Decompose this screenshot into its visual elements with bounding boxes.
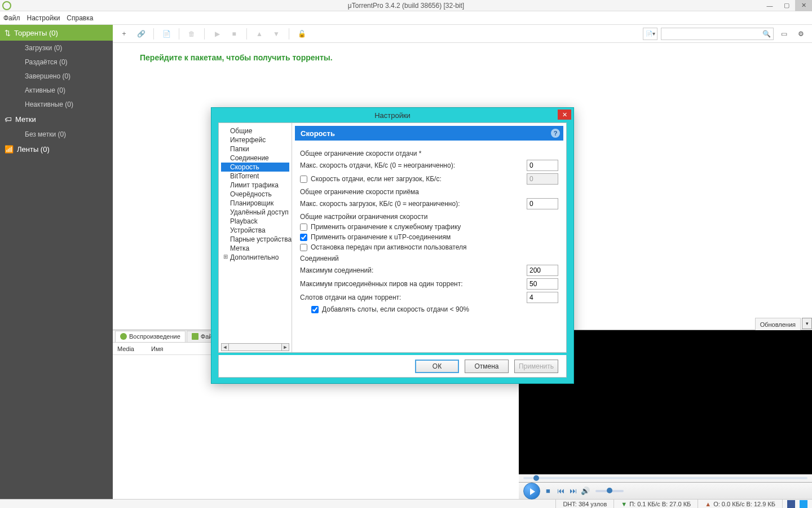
app-logo-icon bbox=[2, 1, 11, 10]
volume-slider[interactable] bbox=[595, 490, 624, 492]
tree-remote[interactable]: Удалённый доступ bbox=[221, 208, 289, 217]
useractivity-label: Остановка передач при активности пользов… bbox=[311, 243, 467, 251]
section-title-text: Скорость bbox=[301, 129, 335, 138]
menu-file[interactable]: Файл bbox=[3, 14, 20, 22]
status-bar: DHT: 384 узлов ▼П: 0.1 КБ/с В: 27.0 КБ ▲… bbox=[0, 499, 812, 508]
category-dropdown[interactable]: 📄▾ bbox=[643, 28, 657, 40]
dialog-close-button[interactable]: ✕ bbox=[558, 110, 571, 120]
twitter-icon[interactable] bbox=[800, 500, 807, 508]
play-button[interactable] bbox=[523, 483, 540, 500]
sidebar-labels-label: Метки bbox=[15, 115, 36, 124]
alt-upload-label: Скорость отдачи, если нет загрузок, КБ/с… bbox=[311, 175, 442, 183]
sidebar-torrents-header[interactable]: ⇅ Торренты (0) bbox=[0, 25, 113, 41]
utp-label: Применить ограничение к uTP-соединениям bbox=[311, 233, 451, 241]
tree-scheduler[interactable]: Планировщик bbox=[221, 199, 289, 208]
sidebar-item-active[interactable]: Активные (0) bbox=[0, 83, 113, 97]
tree-devices[interactable]: Устройства bbox=[221, 226, 289, 235]
tree-advanced[interactable]: Дополнительно bbox=[221, 253, 289, 262]
tree-bittorrent[interactable]: BitTorrent bbox=[221, 172, 289, 181]
volume-icon[interactable]: 🔊 bbox=[581, 487, 590, 495]
status-dht: DHT: 384 узлов bbox=[555, 500, 614, 508]
tree-paired[interactable]: Парные устройства bbox=[221, 235, 289, 244]
add-url-button[interactable]: 🔗 bbox=[134, 27, 148, 41]
max-peers-input[interactable] bbox=[527, 278, 558, 290]
sidebar-item-completed[interactable]: Завершено (0) bbox=[0, 69, 113, 83]
facebook-icon[interactable] bbox=[787, 500, 795, 508]
tree-folders[interactable]: Папки bbox=[221, 144, 289, 154]
tree-connection[interactable]: Соединение bbox=[221, 154, 289, 163]
tab-updates[interactable]: Обновления bbox=[755, 318, 801, 330]
scroll-right-icon[interactable]: ► bbox=[281, 343, 289, 351]
apply-button[interactable]: Применить bbox=[514, 360, 558, 373]
folder-icon bbox=[192, 333, 198, 340]
menu-help[interactable]: Справка bbox=[67, 14, 93, 22]
tree-limit[interactable]: Лимит трафика bbox=[221, 181, 289, 190]
max-conn-label: Максимум соединений: bbox=[300, 266, 373, 274]
remote-button[interactable]: ▭ bbox=[777, 27, 791, 41]
utp-checkbox[interactable] bbox=[300, 234, 307, 241]
upload-slots-input[interactable] bbox=[527, 292, 558, 303]
next-button[interactable]: ⏭ bbox=[568, 487, 577, 495]
sidebar-item-inactive[interactable]: Неактивные (0) bbox=[0, 97, 113, 111]
col-name[interactable]: Имя bbox=[151, 345, 163, 352]
scroll-left-icon[interactable]: ◄ bbox=[221, 343, 229, 351]
sidebar: ⇅ Торренты (0) Загрузки (0) Раздаётся (0… bbox=[0, 25, 113, 499]
tree-label[interactable]: Метка bbox=[221, 244, 289, 253]
settings-tree: Общие Интерфейс Папки Соединение Скорост… bbox=[219, 123, 292, 352]
alt-upload-checkbox[interactable] bbox=[300, 176, 307, 183]
add-torrent-button[interactable]: ＋ bbox=[117, 27, 131, 41]
settings-button[interactable]: ⚙ bbox=[794, 27, 807, 41]
max-conn-input[interactable] bbox=[527, 265, 558, 276]
move-down-button[interactable]: ▼ bbox=[270, 27, 283, 41]
tag-icon: 🏷 bbox=[5, 115, 12, 124]
cancel-button[interactable]: Отмена bbox=[465, 360, 509, 373]
tree-scrollbar[interactable]: ◄ ► bbox=[221, 343, 289, 351]
prev-button[interactable]: ⏮ bbox=[556, 487, 565, 495]
delete-button[interactable]: 🗑 bbox=[185, 27, 198, 41]
window-title: μTorrentPro 3.4.2 (build 38656) [32-bit] bbox=[348, 2, 464, 10]
max-download-input[interactable] bbox=[527, 198, 558, 209]
sidebar-feeds-header[interactable]: 📶 Ленты (0) bbox=[0, 141, 113, 157]
sidebar-item-downloads[interactable]: Загрузки (0) bbox=[0, 41, 113, 55]
tab-playback[interactable]: Воспроизведение bbox=[115, 331, 186, 342]
move-up-button[interactable]: ▲ bbox=[253, 27, 266, 41]
tree-general[interactable]: Общие bbox=[221, 126, 289, 135]
start-button[interactable]: ▶ bbox=[210, 27, 224, 41]
stop-button[interactable]: ■ bbox=[227, 27, 241, 41]
promo-text[interactable]: Перейдите к пакетам, чтобы получить торр… bbox=[140, 53, 785, 62]
stop-media-button[interactable]: ■ bbox=[544, 487, 553, 495]
ok-button[interactable]: ОК bbox=[415, 360, 459, 373]
progress-track[interactable] bbox=[523, 477, 807, 479]
rss-icon: 📶 bbox=[5, 145, 14, 154]
sidebar-item-seeding[interactable]: Раздаётся (0) bbox=[0, 55, 113, 69]
group-connections-label: Соединений bbox=[300, 255, 558, 262]
search-icon: 🔍 bbox=[762, 30, 771, 38]
sidebar-item-nolabel[interactable]: Без метки (0) bbox=[0, 127, 113, 141]
max-upload-label: Макс. скорость отдачи, КБ/с (0 = неогран… bbox=[300, 161, 455, 169]
alt-upload-input bbox=[527, 173, 558, 185]
tree-interface[interactable]: Интерфейс bbox=[221, 135, 289, 144]
group-upload-label: Общее ограничение скорости отдачи * bbox=[300, 150, 558, 157]
tabs-overflow-button[interactable]: ▾ bbox=[802, 318, 812, 329]
overhead-checkbox[interactable] bbox=[300, 224, 307, 231]
help-icon[interactable]: ? bbox=[551, 129, 560, 138]
social-links bbox=[782, 500, 812, 508]
tree-speed[interactable]: Скорость bbox=[221, 163, 289, 172]
menu-settings[interactable]: Настройки bbox=[27, 14, 60, 22]
col-media[interactable]: Media bbox=[117, 345, 134, 352]
sidebar-labels-header[interactable]: 🏷 Метки bbox=[0, 111, 113, 127]
dialog-button-row: ОК Отмена Применить bbox=[218, 355, 567, 378]
maximize-button[interactable]: ▢ bbox=[778, 0, 795, 11]
unlock-button[interactable]: 🔓 bbox=[295, 27, 308, 41]
create-torrent-button[interactable]: 📄 bbox=[160, 27, 173, 41]
minimize-button[interactable]: — bbox=[761, 0, 778, 11]
upload-slots-label: Слотов отдачи на один торрент: bbox=[300, 294, 401, 301]
close-button[interactable]: ✕ bbox=[795, 0, 812, 11]
max-upload-input[interactable] bbox=[527, 160, 558, 171]
dialog-titlebar[interactable]: Настройки ✕ bbox=[211, 108, 573, 122]
extra-slots-checkbox[interactable] bbox=[311, 306, 319, 313]
useractivity-checkbox[interactable] bbox=[300, 244, 307, 251]
tree-playback[interactable]: Playback bbox=[221, 217, 289, 226]
search-input[interactable]: 🔍 bbox=[661, 28, 774, 40]
tree-queue[interactable]: Очерёдность bbox=[221, 190, 289, 199]
